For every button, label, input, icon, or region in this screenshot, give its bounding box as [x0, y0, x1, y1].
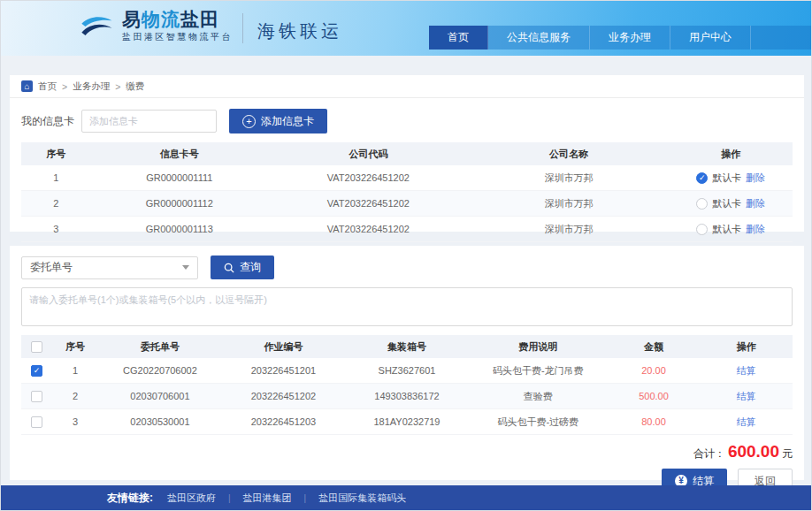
footer-link-yantian-port-group[interactable]: 盐田港集团	[243, 492, 292, 505]
default-card-label: 默认卡	[712, 197, 741, 210]
table-header-row: 序号 信息卡号 公司代码 公司名称 操作	[21, 142, 793, 165]
info-card-row: 我的信息卡 + 添加信息卡	[21, 109, 793, 133]
search-button-label: 查询	[240, 260, 261, 275]
fee-section: 委托单号 查询 序号 委托单号 作业编号 集装箱号	[10, 246, 804, 480]
col-card-no: 信息卡号	[90, 142, 268, 165]
total-value: 600.00	[728, 442, 779, 461]
footer-separator: |	[304, 493, 307, 503]
default-card-radio[interactable]: ✓	[696, 172, 708, 184]
add-info-card-label: 添加信息卡	[261, 114, 314, 129]
col-company-name: 公司名称	[469, 142, 670, 165]
my-info-card-label: 我的信息卡	[21, 114, 74, 129]
order-input-textarea[interactable]	[21, 287, 793, 326]
col-no: 序号	[52, 335, 98, 358]
cell-no: 3	[21, 217, 90, 242]
cell-amount: 500.00	[608, 384, 701, 409]
row-actions: ✓ 默认卡 删除	[670, 172, 792, 185]
col-company-code: 公司代码	[268, 142, 469, 165]
settle-link[interactable]: 结算	[737, 365, 756, 376]
total-label: 合计：	[693, 447, 725, 460]
cell-fee-desc: 码头包干费-过磅费	[469, 409, 608, 435]
info-card-section: ⌂ 首页 > 业务办理 > 缴费 我的信息卡 + 添加信息卡 序号 信息卡号 公…	[10, 75, 804, 232]
wave-logo-icon	[79, 13, 114, 40]
total-row: 合计：600.00元	[21, 442, 793, 461]
row-checkbox[interactable]: ✓	[31, 365, 42, 377]
caret-down-icon	[182, 265, 189, 270]
table-row: 2 02030706001 203226451202 149303836172 …	[21, 384, 793, 409]
header: 易物流盐田 盐田港区智慧物流平台 海铁联运 首页 公共信息服务 业务办理 用户中…	[1, 1, 811, 56]
cell-container-no: 181AY0232719	[345, 409, 469, 435]
logo-title-part: 易	[122, 9, 142, 29]
select-all-checkbox[interactable]	[31, 341, 42, 353]
cell-no: 3	[52, 409, 98, 435]
delete-link[interactable]: 删除	[746, 172, 765, 185]
cell-order-no: 02030530001	[98, 409, 222, 435]
row-checkbox[interactable]	[31, 416, 42, 428]
search-button[interactable]: 查询	[211, 256, 274, 279]
default-card-radio[interactable]	[696, 224, 708, 235]
breadcrumb-separator: >	[115, 81, 120, 92]
cell-job-no: 203226451203	[222, 409, 346, 435]
table-row: 2 GR0000001112 VAT203226451202 深圳市万邦 默认卡…	[21, 191, 793, 217]
col-fee-desc: 费用说明	[469, 335, 608, 358]
add-info-card-button[interactable]: + 添加信息卡	[229, 109, 327, 133]
footer-link-yantian-gov[interactable]: 盐田区政府	[167, 492, 216, 505]
order-type-select[interactable]: 委托单号	[21, 256, 198, 279]
nav-item-user-center[interactable]: 用户中心	[670, 26, 751, 50]
home-icon[interactable]: ⌂	[21, 80, 33, 92]
breadcrumb-separator: >	[62, 81, 67, 92]
cell-no: 1	[21, 165, 90, 191]
info-card-table: 序号 信息卡号 公司代码 公司名称 操作 1 GR0000001111 VAT2…	[21, 142, 793, 242]
col-order-no: 委托单号	[98, 335, 222, 358]
table-row: 1 GR0000001111 VAT203226451202 深圳市万邦 ✓ 默…	[21, 165, 793, 191]
portal-name: 海铁联运	[257, 19, 342, 43]
logo[interactable]: 易物流盐田 盐田港区智慧物流平台	[79, 9, 233, 43]
col-job-no: 作业编号	[222, 335, 346, 358]
select-value: 委托单号	[30, 260, 73, 275]
footer-separator: |	[228, 493, 231, 503]
info-card-input[interactable]	[81, 110, 217, 133]
delete-link[interactable]: 删除	[746, 223, 765, 236]
footer: 友情链接: 盐田区政府 | 盐田港集团 | 盐田国际集装箱码头	[1, 485, 811, 510]
cell-company-code: VAT203226451202	[268, 191, 469, 217]
nav-item-home[interactable]: 首页	[429, 26, 488, 50]
delete-link[interactable]: 删除	[746, 197, 765, 210]
default-card-radio[interactable]	[696, 198, 708, 210]
cell-company-name: 深圳市万邦	[469, 165, 670, 191]
cell-company-name: 深圳市万邦	[469, 191, 670, 217]
cell-company-name: 深圳市万邦	[469, 217, 670, 242]
page: 易物流盐田 盐田港区智慧物流平台 海铁联运 首页 公共信息服务 业务办理 用户中…	[0, 0, 812, 511]
cell-amount: 20.00	[608, 358, 701, 384]
col-actions: 操作	[700, 335, 793, 358]
nav-item-business[interactable]: 业务办理	[590, 26, 670, 50]
cell-amount: 80.00	[608, 409, 701, 435]
cell-no: 2	[21, 191, 90, 217]
row-actions: 默认卡 删除	[670, 197, 792, 210]
plus-circle-icon: +	[242, 115, 256, 128]
table-row: 3 02030530001 203226451203 181AY0232719 …	[21, 409, 793, 435]
breadcrumb-business[interactable]: 业务办理	[73, 80, 110, 93]
fee-table: 序号 委托单号 作业编号 集装箱号 费用说明 金额 操作 ✓ 1 CG20220…	[21, 335, 793, 435]
cell-fee-desc: 码头包干费-龙门吊费	[469, 358, 608, 384]
row-actions: 默认卡 删除	[670, 223, 792, 236]
row-checkbox[interactable]	[31, 391, 42, 402]
search-icon	[224, 263, 234, 273]
settle-link[interactable]: 结算	[737, 391, 756, 401]
logo-title-part: 盐田	[180, 9, 219, 29]
cell-container-no: SHZ3627601	[345, 358, 469, 384]
nav-item-public-info[interactable]: 公共信息服务	[488, 26, 590, 50]
table-row: ✓ 1 CG20220706002 203226451201 SHZ362760…	[21, 358, 793, 384]
footer-link-yantian-terminal[interactable]: 盐田国际集装箱码头	[318, 492, 406, 505]
default-card-label: 默认卡	[712, 223, 741, 236]
cell-company-code: VAT203226451202	[268, 165, 469, 191]
cell-container-no: 149303836172	[345, 384, 469, 409]
friend-links-label: 友情链接:	[107, 491, 153, 506]
cell-fee-desc: 查验费	[469, 384, 608, 409]
cell-job-no: 203226451201	[222, 358, 346, 384]
cell-card-no: GR0000001112	[90, 191, 268, 217]
cell-card-no: GR0000001111	[90, 165, 268, 191]
logo-title: 易物流盐田	[122, 9, 233, 29]
settle-link[interactable]: 结算	[737, 416, 756, 427]
logo-title-part: 物流	[142, 9, 180, 29]
breadcrumb-home[interactable]: 首页	[38, 80, 57, 93]
